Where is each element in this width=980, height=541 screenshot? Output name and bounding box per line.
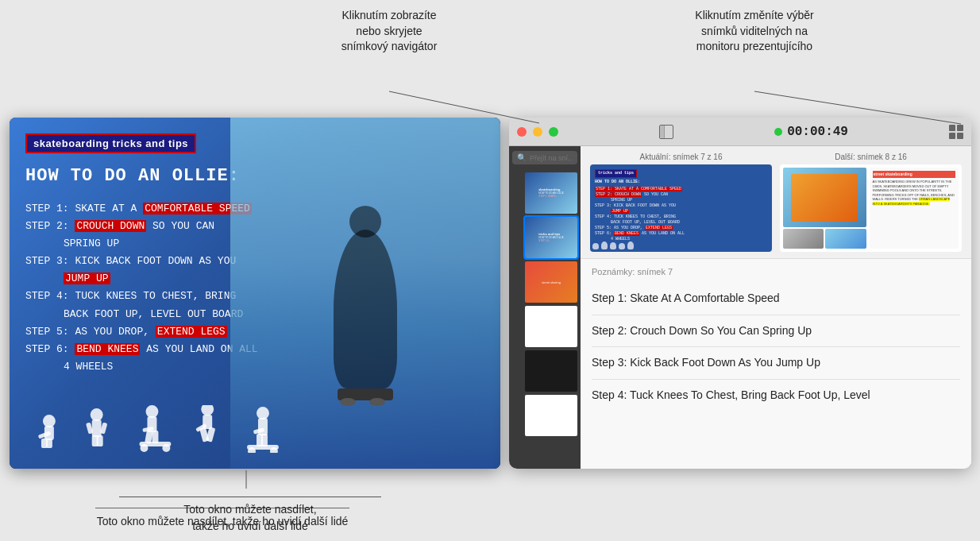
- annotation-monitor-label: Kliknutím změníte výběr snímků viditelný…: [651, 8, 858, 55]
- note-item-2: Step 2: Crouch Down So You Can Spring Up: [592, 315, 960, 348]
- timer-area: 00:00:49: [774, 125, 848, 139]
- next-slide-col: Další: snímek 8 z 16: [780, 153, 962, 252]
- current-slide-col: Aktuální: snímek 7 z 16 tricks and tips …: [590, 153, 772, 252]
- slide-search-input[interactable]: [530, 154, 573, 162]
- svg-point-0: [43, 415, 56, 427]
- svg-point-18: [162, 444, 170, 452]
- current-slide-label: Aktuální: snímek 7 z 16: [590, 153, 772, 161]
- timer-display: 00:00:49: [787, 125, 848, 139]
- svg-rect-4: [46, 439, 52, 448]
- shared-screen-window: skateboarding tricks and tips HOW TO DO …: [10, 118, 500, 469]
- slide-navigator-panel[interactable]: 🔍 6 skateboarding HOW TO DO AN OLLIE STE…: [509, 146, 581, 469]
- nav-slide-11[interactable]: 11: [512, 395, 577, 436]
- nav-slide-8[interactable]: 8 street skating: [512, 261, 577, 303]
- svg-point-5: [91, 408, 103, 421]
- svg-point-11: [145, 405, 158, 418]
- navigator-toggle-icon[interactable]: [659, 125, 673, 139]
- next-slide-preview: street skateboarding AS SKATEBOARDING GR…: [780, 164, 962, 252]
- note-item-3: Step 3: Kick Back Foot Down As You Jump …: [592, 347, 960, 380]
- silhouettes-row: [25, 405, 484, 453]
- svg-point-24: [257, 407, 269, 419]
- minimize-button[interactable]: [533, 127, 542, 137]
- presenter-main-area: Aktuální: snímek 7 z 16 tricks and tips …: [581, 146, 971, 469]
- svg-rect-28: [261, 434, 268, 446]
- annotation-navigator-label: Kliknutím zobrazíte nebo skryjete snímko…: [302, 8, 476, 55]
- svg-rect-8: [97, 435, 103, 446]
- slides-preview-row: Aktuální: snímek 7 z 16 tricks and tips …: [581, 146, 971, 259]
- svg-rect-6: [92, 419, 102, 437]
- current-slide-preview: tricks and tips HOW TO DO AN OLLIE: STEP…: [590, 164, 772, 252]
- maximize-button[interactable]: [549, 127, 558, 137]
- notes-label: Poznámky: snímek 7: [592, 267, 960, 276]
- slide-selection-icon[interactable]: [949, 125, 963, 139]
- svg-point-19: [201, 405, 214, 415]
- nav-slide-9[interactable]: 9: [512, 306, 577, 347]
- timer-status-dot: [774, 128, 782, 136]
- close-button[interactable]: [517, 127, 527, 137]
- note-item-4: Step 4: Tuck Knees To Chest, Bring Back …: [592, 380, 960, 412]
- presenter-window: 00:00:49 🔍 6 skateboarding: [509, 118, 971, 469]
- note-item-1: Step 1: Skate At A Comfortable Speed: [592, 283, 960, 315]
- window-titlebar: 00:00:49: [509, 118, 971, 146]
- notes-section: Poznámky: snímek 7 Step 1: Skate At A Co…: [581, 259, 971, 469]
- svg-point-17: [141, 444, 149, 452]
- svg-rect-15: [152, 431, 158, 443]
- next-slide-label: Další: snímek 8 z 16: [780, 153, 962, 161]
- nav-slide-10[interactable]: 10: [512, 350, 577, 392]
- nav-slide-6[interactable]: 6 skateboarding HOW TO DO AN OLLIE STEP …: [512, 172, 577, 214]
- slide-title: skateboarding tricks and tips: [25, 133, 196, 153]
- slide-search-bar[interactable]: 🔍: [512, 151, 577, 164]
- nav-slide-7[interactable]: 7 tricks and tips HOW TO DO AN OLLIE STE…: [512, 217, 577, 258]
- bottom-annotation-text: Toto okno můžete nasdílet, takže ho uvid…: [119, 497, 381, 535]
